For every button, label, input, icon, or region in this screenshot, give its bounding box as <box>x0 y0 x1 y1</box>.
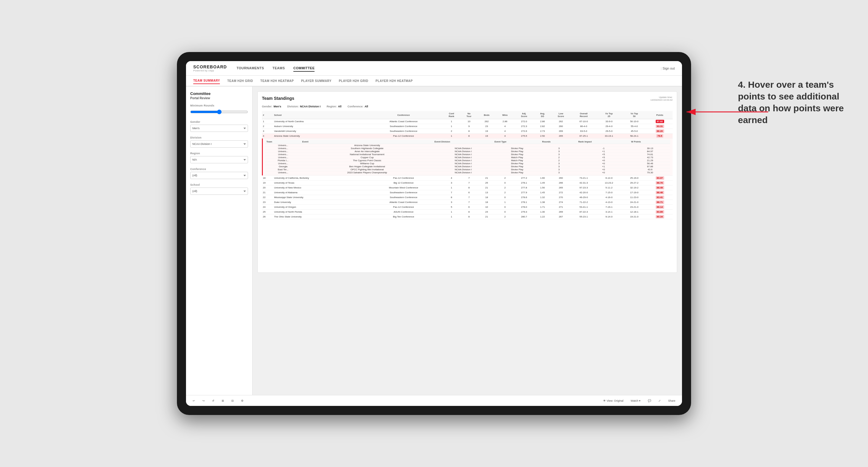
nav-teams[interactable]: TEAMS <box>273 65 285 72</box>
sidebar-min-rounds: Minimum Rounds <box>190 104 248 116</box>
filter-gender: Gender: Men's <box>262 105 281 108</box>
col-vs25: Vs Top25 <box>596 111 622 119</box>
sidebar-portal-title-section: Committee Portal Review <box>190 91 248 100</box>
redo-button[interactable]: ↪ <box>200 398 207 403</box>
sub-table-row: Univers... Amer An Intercollegiate NCAA … <box>265 150 670 153</box>
table-row: 20 University of New Mexico Mountain Wes… <box>262 185 673 190</box>
main-nav-items: TOURNAMENTS TEAMS COMMITTEE <box>237 65 661 72</box>
sub-table-row: Univers... Arizona State University <box>265 144 670 147</box>
sub-navigation: TEAM SUMMARY TEAM H2H GRID TEAM H2H HEAT… <box>186 75 682 87</box>
tab-team-h2h-heatmap[interactable]: TEAM H2H HEATMAP <box>260 78 294 84</box>
nav-tournaments[interactable]: TOURNAMENTS <box>237 65 264 72</box>
standings-table: # School Conference ConfRank NoTour Bnds… <box>262 111 673 219</box>
view-original-button[interactable]: 👁 View: Original <box>601 398 625 403</box>
tab-player-h2h-heatmap[interactable]: PLAYER H2H HEATMAP <box>376 78 413 84</box>
tab-team-summary[interactable]: TEAM SUMMARY <box>193 78 220 84</box>
reset-button[interactable]: ↺ <box>210 398 216 403</box>
sidebar-gender: Gender Men's Women's <box>190 120 248 132</box>
tablet-device: SCOREBOARD Powered by clipp TOURNAMENTS … <box>177 52 691 415</box>
table-row: 18 University of California, Berkeley Pa… <box>262 176 673 181</box>
update-time: Update time: 13/03/2024 10:03:42 <box>651 96 673 101</box>
sub-table: Team Event Event Division Event Type Rou… <box>265 140 670 174</box>
table-row: 21 University of Alabama Southeastern Co… <box>262 190 673 195</box>
sub-table-row: Univers... Copper Cup NCAA Division I Ma… <box>265 156 670 159</box>
col-conference: Conference <box>365 111 442 119</box>
table-row: 3 Vanderbilt University Southeastern Con… <box>262 129 673 134</box>
col-school: School <box>273 111 365 119</box>
gender-select[interactable]: Men's Women's <box>190 125 248 132</box>
filter-row: Gender: Men's Division: NCAA Division I … <box>262 105 673 108</box>
sub-table-row: Univers... Williams Cup NCAA Division I … <box>265 162 670 165</box>
col-no-tour: NoTour <box>461 111 477 119</box>
data-area: Team Standings Update time: 13/03/2024 1… <box>252 87 682 395</box>
panel-header: Team Standings Update time: 13/03/2024 1… <box>262 96 673 101</box>
table-row-highlighted: 4 Arizona State University Pac-12 Confer… <box>262 134 673 138</box>
top-navigation: SCOREBOARD Powered by clipp TOURNAMENTS … <box>186 61 682 75</box>
sub-table-row: Univers... 2023 Sahalee Players Champion… <box>265 171 670 174</box>
min-rounds-slider[interactable] <box>190 108 248 116</box>
sidebar-portal-title: Committee <box>190 91 248 96</box>
col-bnds: Bnds <box>477 111 496 119</box>
filter-region: Region: All <box>327 105 341 108</box>
sidebar-gender-label: Gender <box>190 120 248 123</box>
bottom-toolbar: ↩ ↪ ↺ ⊞ ⊟ ⚙ 👁 View: Original Watch ▾ 💬 ⤢… <box>186 395 682 406</box>
share-button[interactable]: Share <box>666 398 677 403</box>
table-row: 19 University of Texas Big 12 Conference… <box>262 181 673 185</box>
tab-player-h2h-grid[interactable]: PLAYER H2H GRID <box>339 78 368 84</box>
sub-table-row: Florida I... The Cypress Point Classic N… <box>265 159 670 162</box>
sub-table-row: Univers... Southern Highlands Collegiate… <box>265 147 670 150</box>
filter-conference: Conference: All <box>347 105 368 108</box>
logo-area: SCOREBOARD Powered by clipp <box>193 64 227 72</box>
col-overall: OverallRecord <box>571 111 596 119</box>
main-content: Committee Portal Review Minimum Rounds G… <box>186 87 682 395</box>
sub-table-row: Univers... National Invitational Tournam… <box>265 153 670 156</box>
expand-button[interactable]: ⤢ <box>657 398 663 403</box>
conference-select[interactable]: (All) <box>190 172 248 179</box>
table-row: 25 University of North Florida ASUN Conf… <box>262 210 673 214</box>
annotation-arrow <box>683 103 774 121</box>
col-conf-rank: ConfRank <box>442 111 461 119</box>
settings-button[interactable]: ⚙ <box>239 398 245 403</box>
sidebar-division-label: Division <box>190 136 248 139</box>
table-row: 22 Mississippi State University Southeas… <box>262 195 673 200</box>
app-logo-sub: Powered by clipp <box>193 69 227 72</box>
sidebar-portal-sub: Portal Review <box>190 96 248 100</box>
tab-team-h2h-grid[interactable]: TEAM H2H GRID <box>227 78 253 84</box>
app-logo: SCOREBOARD <box>193 64 227 69</box>
filter-division: Division: NCAA Division I <box>287 105 320 108</box>
sub-table-row: Georgia Ben Hogan Collegiate Invitationa… <box>265 165 670 168</box>
col-points: Points <box>647 111 673 119</box>
school-select[interactable]: (All) <box>190 188 248 195</box>
col-low-score: LowScore <box>551 111 571 119</box>
sub-table-row: East Ter... OFCC Fighting Illini Invitat… <box>265 168 670 171</box>
region-select[interactable]: N/A <box>190 156 248 163</box>
paste-button[interactable]: ⊟ <box>229 398 236 403</box>
watch-button[interactable]: Watch ▾ <box>629 398 642 403</box>
panel-title: Team Standings <box>262 96 294 101</box>
tab-player-summary[interactable]: PLAYER SUMMARY <box>301 78 332 84</box>
col-adj-score: Adj.Score <box>514 111 534 119</box>
undo-button[interactable]: ↩ <box>191 398 197 403</box>
sidebar-conference-label: Conference <box>190 167 248 170</box>
division-select[interactable]: NCAA Division I <box>190 141 248 148</box>
nav-committee[interactable]: COMMITTEE <box>293 65 315 72</box>
view-icon: 👁 <box>603 399 606 402</box>
sign-out-button[interactable]: Sign out <box>661 66 675 70</box>
expanded-tooltip-row: Team Event Event Division Event Type Rou… <box>262 138 673 176</box>
comment-button[interactable]: 💬 <box>646 398 653 403</box>
col-rank: # <box>262 111 273 119</box>
col-wins: Wins <box>496 111 514 119</box>
annotation-box: 4. Hover over a team's points to see add… <box>738 79 859 126</box>
table-row: 24 University of Oregon Pac-12 Conferenc… <box>262 205 673 210</box>
col-avg-sg: Avg.SG <box>534 111 551 119</box>
table-row: 1 University of North Carolina Atlantic … <box>262 119 673 124</box>
data-panel: Team Standings Update time: 13/03/2024 1… <box>257 91 677 273</box>
table-row: 2 Auburn University Southeastern Confere… <box>262 124 673 129</box>
sidebar-region: Region N/A <box>190 152 248 163</box>
table-row: 26 The Ohio State University Big Ten Con… <box>262 214 673 219</box>
expanded-content: Team Event Event Division Event Type Rou… <box>262 138 673 176</box>
sidebar-school-label: School <box>190 183 248 186</box>
tablet-screen: SCOREBOARD Powered by clipp TOURNAMENTS … <box>186 61 682 406</box>
copy-button[interactable]: ⊞ <box>220 398 226 403</box>
sidebar-region-label: Region <box>190 152 248 155</box>
